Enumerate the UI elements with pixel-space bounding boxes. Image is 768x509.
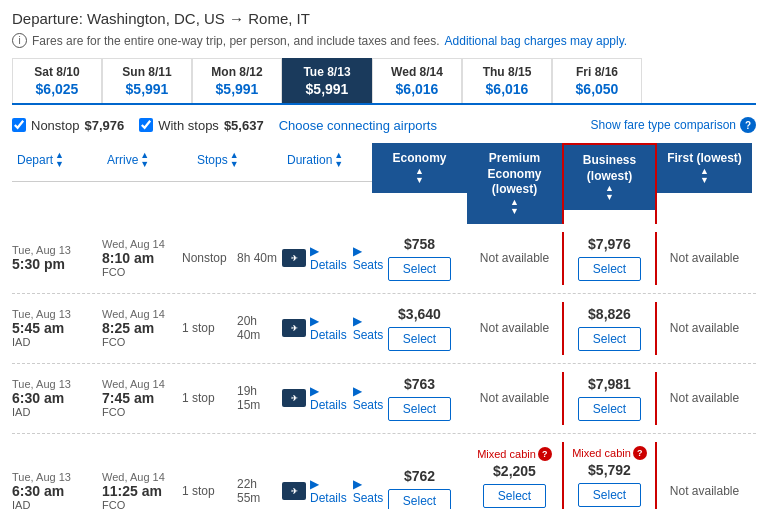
with-stops-price: $5,637: [224, 118, 264, 133]
details-link[interactable]: ▶ Details: [310, 314, 347, 342]
with-stops-checkbox[interactable]: [139, 118, 153, 132]
business-select-button[interactable]: Select: [578, 397, 641, 421]
first-header: First (lowest) ▲▼: [657, 143, 752, 193]
airline-logo: ✈: [282, 319, 310, 337]
date-tab[interactable]: Sun 8/11$5,991: [102, 58, 192, 103]
filter-row: Nonstop $7,976 With stops $5,637 Choose …: [12, 117, 756, 133]
fare-column-headers: Economy ▲▼ Premium Economy (lowest) ▲▼ B…: [372, 143, 756, 224]
date-tab[interactable]: Mon 8/12$5,991: [192, 58, 282, 103]
airline-logo-svg: ✈: [285, 485, 303, 497]
nonstop-checkbox[interactable]: [12, 118, 26, 132]
economy-select-button[interactable]: Select: [388, 489, 451, 509]
business-price: $7,976: [588, 236, 631, 252]
first-not-available: Not available: [670, 251, 739, 265]
duration-info: 20h 40m: [237, 314, 282, 342]
business-cell: $8,826 Select: [562, 302, 657, 355]
duration-info: 19h 15m: [237, 384, 282, 412]
nonstop-price: $7,976: [84, 118, 124, 133]
fares-notice: i Fares are for the entire one-way trip,…: [12, 33, 756, 48]
first-not-available: Not available: [670, 484, 739, 498]
airline-logo-svg: ✈: [285, 322, 303, 334]
details-link[interactable]: ▶ Details: [310, 244, 347, 272]
arrive-date: Wed, Aug 14: [102, 308, 177, 320]
depart-date: Tue, Aug 13: [12, 244, 97, 256]
first-cell: Not available: [657, 372, 752, 425]
stops-info: Nonstop: [182, 251, 237, 265]
depart-info: Tue, Aug 13 6:30 am IAD: [12, 471, 102, 509]
premium-economy-select-button[interactable]: Select: [483, 484, 546, 508]
business-header-wrapper: Business (lowest) ▲▼: [562, 143, 657, 224]
info-icon: i: [12, 33, 27, 48]
date-tab[interactable]: Thu 8/15$6,016: [462, 58, 552, 103]
airline-logo-box: ✈: [282, 319, 306, 337]
depart-info: Tue, Aug 13 5:45 am IAD: [12, 308, 102, 348]
column-headers-row: Depart ▲▼ Arrive ▲▼ Stops ▲▼ Duration ▲▼…: [12, 143, 756, 224]
flight-row: Tue, Aug 13 5:45 am IAD Wed, Aug 14 8:25…: [12, 294, 756, 364]
details-link[interactable]: ▶ Details: [310, 384, 347, 412]
date-tab[interactable]: Fri 8/16$6,050: [552, 58, 642, 103]
flight-row: Tue, Aug 13 6:30 am IAD Wed, Aug 14 7:45…: [12, 364, 756, 434]
business-select-button[interactable]: Select: [578, 257, 641, 281]
first-cell: Not available: [657, 302, 752, 355]
depart-date: Tue, Aug 13: [12, 308, 97, 320]
flight-info-section: Tue, Aug 13 6:30 am IAD Wed, Aug 14 11:2…: [12, 442, 372, 509]
with-stops-label: With stops: [158, 118, 219, 133]
sort-stops[interactable]: Stops ▲▼: [192, 143, 282, 177]
nonstop-label: Nonstop: [31, 118, 79, 133]
sort-depart[interactable]: Depart ▲▼: [12, 143, 102, 177]
economy-select-button[interactable]: Select: [388, 257, 451, 281]
duration-info: 22h 55m: [237, 477, 282, 505]
depart-airport: IAD: [12, 499, 97, 509]
depart-time: 6:30 am: [12, 390, 97, 406]
date-tabs: Sat 8/10$6,025Sun 8/11$5,991Mon 8/12$5,9…: [12, 58, 756, 105]
svg-text:✈: ✈: [291, 394, 298, 403]
airline-logo-svg: ✈: [285, 252, 303, 264]
premium-economy-cell: Mixed cabin ? $2,205 Select 6 tickets le…: [467, 442, 562, 509]
date-tab[interactable]: Tue 8/13$5,991: [282, 58, 372, 103]
first-not-available: Not available: [670, 321, 739, 335]
choose-airports-link[interactable]: Choose connecting airports: [279, 118, 437, 133]
premium-mixed-cabin-label: Mixed cabin ?: [477, 447, 552, 461]
arrive-time: 7:45 am: [102, 390, 177, 406]
show-fare-comparison[interactable]: Show fare type comparison ?: [591, 117, 756, 133]
flight-info-section: Tue, Aug 13 5:30 pm Wed, Aug 14 8:10 am …: [12, 232, 372, 285]
business-select-button[interactable]: Select: [578, 327, 641, 351]
arrive-airport: FCO: [102, 336, 177, 348]
duration-info: 8h 40m: [237, 251, 282, 265]
airline-logo-box: ✈: [282, 482, 306, 500]
details-link[interactable]: ▶ Details: [310, 477, 347, 505]
help-icon: ?: [740, 117, 756, 133]
arrive-info: Wed, Aug 14 8:10 am FCO: [102, 238, 182, 278]
date-tab[interactable]: Sat 8/10$6,025: [12, 58, 102, 103]
business-mixed-cabin-label: Mixed cabin ?: [572, 446, 647, 460]
business-cell: $7,976 Select: [562, 232, 657, 285]
arrive-time: 8:25 am: [102, 320, 177, 336]
flight-info-header-spacer: Depart ▲▼ Arrive ▲▼ Stops ▲▼ Duration ▲▼: [12, 143, 372, 224]
arrive-time: 11:25 am: [102, 483, 177, 499]
premium-economy-cell: Not available: [467, 372, 562, 425]
business-price: $7,981: [588, 376, 631, 392]
economy-select-button[interactable]: Select: [388, 327, 451, 351]
bag-charges-link[interactable]: Additional bag charges may apply.: [445, 34, 628, 48]
sort-arrive[interactable]: Arrive ▲▼: [102, 143, 192, 177]
sort-duration[interactable]: Duration ▲▼: [282, 143, 372, 177]
depart-info: Tue, Aug 13 5:30 pm: [12, 244, 102, 272]
economy-cell: $758 Select: [372, 232, 467, 285]
arrive-date: Wed, Aug 14: [102, 471, 177, 483]
first-not-available: Not available: [670, 391, 739, 405]
departure-header: Departure: Washington, DC, US → Rome, IT: [12, 10, 756, 27]
economy-price: $758: [404, 236, 435, 252]
date-tab[interactable]: Wed 8/14$6,016: [372, 58, 462, 103]
depart-time: 6:30 am: [12, 483, 97, 499]
economy-cell: $763 Select: [372, 372, 467, 425]
economy-cell: $762 Select: [372, 442, 467, 509]
business-price: $5,792: [588, 462, 631, 478]
stops-info: 1 stop: [182, 484, 237, 498]
economy-select-button[interactable]: Select: [388, 397, 451, 421]
arrive-airport: FCO: [102, 499, 177, 509]
departure-label: Departure:: [12, 10, 83, 27]
business-select-button[interactable]: Select: [578, 483, 641, 507]
arrive-date: Wed, Aug 14: [102, 378, 177, 390]
arrive-airport: FCO: [102, 406, 177, 418]
depart-time: 5:30 pm: [12, 256, 97, 272]
